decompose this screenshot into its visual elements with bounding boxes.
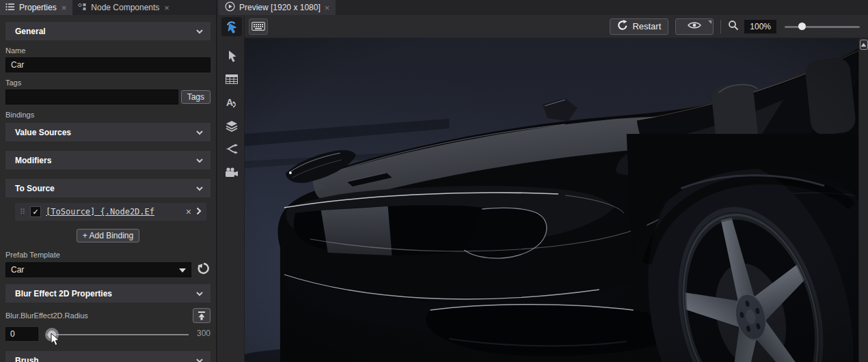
car-3d-scene: [245, 38, 858, 362]
dropdown-corner-icon: [708, 20, 711, 24]
prefab-template-select[interactable]: Car: [5, 262, 191, 277]
blur-radius-slider-row: 300: [5, 326, 211, 344]
section-value-sources[interactable]: Value Sources: [5, 123, 211, 141]
list-icon: [5, 3, 15, 13]
grid-tool-button[interactable]: [221, 70, 242, 88]
tab-preview-label: Preview [1920 x 1080]: [239, 3, 321, 12]
section-modifiers-title: Modifiers: [15, 156, 51, 165]
restart-icon: [617, 20, 628, 33]
preview-toolstrip: A: [219, 15, 245, 362]
name-label: Name: [5, 46, 211, 55]
chevron-down-icon: [195, 128, 204, 137]
chevron-down-icon: [195, 184, 204, 193]
up-arrow-icon: [860, 42, 867, 47]
preview-toolbar: Restart 100%: [245, 15, 868, 38]
close-icon[interactable]: ×: [325, 3, 330, 13]
select-tool-button[interactable]: [221, 47, 242, 65]
scroll-up-button[interactable]: [860, 40, 868, 50]
binding-item-row: ⠿ ✓ [ToSource] {.Node2D.Ef ×: [15, 203, 206, 221]
tab-node-components[interactable]: Node Components ×: [72, 0, 176, 15]
keyboard-icon: [252, 22, 265, 31]
chevron-down-icon: [195, 356, 204, 362]
chevron-right-icon[interactable]: [196, 207, 202, 217]
section-brush-title: Brush: [15, 356, 39, 362]
section-general[interactable]: General: [5, 22, 211, 40]
chevron-down-icon: [195, 156, 204, 165]
close-icon[interactable]: ×: [163, 3, 170, 12]
zoom-slider-thumb[interactable]: [798, 23, 806, 30]
preview-tabstrip: Preview [1920 x 1080] ×: [219, 0, 868, 15]
layers-icon: [226, 120, 238, 132]
tags-button[interactable]: Tags: [181, 90, 211, 104]
chevron-down-icon: [195, 27, 204, 36]
reset-prefab-icon[interactable]: [197, 262, 211, 277]
tags-input[interactable]: [5, 89, 178, 105]
magnifier-icon: [728, 20, 739, 33]
properties-body: General Name Tags Tags Bindings Value So…: [0, 15, 216, 362]
section-value-sources-title: Value Sources: [15, 128, 71, 137]
select-arrow-icon: [226, 50, 238, 62]
restart-button[interactable]: Restart: [610, 18, 668, 35]
branch-tool-button[interactable]: [221, 140, 242, 158]
tab-properties-label: Properties: [19, 3, 57, 12]
blur-radius-slider-track[interactable]: [46, 334, 189, 335]
section-to-source[interactable]: To Source: [5, 179, 211, 197]
section-blur-effect-title: Blur Effect 2D Properties: [15, 289, 112, 298]
tab-preview[interactable]: Preview [1920 x 1080] ×: [219, 0, 336, 15]
node-components-icon: [78, 3, 87, 13]
keyboard-input-button[interactable]: [249, 18, 268, 35]
promote-arrow-icon: [197, 311, 206, 321]
chevron-down-icon: [195, 289, 204, 298]
close-icon[interactable]: ×: [61, 3, 68, 12]
viewport-scrollbar[interactable]: [858, 38, 868, 362]
camera-icon: [225, 167, 239, 178]
visibility-button[interactable]: [675, 18, 714, 35]
blur-radius-max-label: 300: [197, 329, 211, 338]
application-window: Properties × Node Components × General N…: [0, 0, 868, 362]
mouse-cursor: [51, 333, 60, 348]
drag-handle-icon[interactable]: ⠿: [20, 208, 25, 217]
svg-text:A: A: [226, 97, 233, 108]
check-icon: ✓: [32, 208, 38, 217]
blur-radius-label: Blur.BlurEffect2D.Radius: [5, 311, 88, 320]
remove-binding-icon[interactable]: ×: [186, 206, 191, 217]
camera-tool-button[interactable]: [221, 163, 242, 181]
section-blur-effect[interactable]: Blur Effect 2D Properties: [5, 284, 211, 303]
restart-label: Restart: [632, 21, 661, 31]
tab-properties[interactable]: Properties ×: [0, 0, 72, 15]
blur-radius-input[interactable]: [5, 327, 38, 341]
preview-panel: Preview [1920 x 1080] × Restart: [219, 0, 868, 362]
tags-label: Tags: [5, 79, 211, 87]
prefab-template-label: Prefab Template: [5, 251, 211, 259]
section-to-source-title: To Source: [15, 184, 55, 193]
preview-viewport[interactable]: [245, 38, 858, 362]
name-input[interactable]: [5, 57, 211, 72]
section-modifiers[interactable]: Modifiers: [5, 151, 211, 169]
caret-down-icon: [179, 265, 186, 275]
section-brush[interactable]: Brush: [5, 351, 211, 362]
binding-expression-link[interactable]: [ToSource] {.Node2D.Ef: [46, 207, 181, 217]
left-tabbar: Properties × Node Components ×: [0, 0, 216, 15]
zoom-slider-track[interactable]: [785, 26, 860, 28]
toolbar-separator: [720, 20, 721, 33]
play-icon: [225, 1, 235, 14]
tab-node-components-label: Node Components: [91, 3, 159, 12]
zoom-slider[interactable]: [785, 20, 860, 33]
pointer-click-icon: [225, 20, 239, 33]
prefab-template-value: Car: [11, 265, 24, 275]
text-anchor-icon: A: [226, 97, 238, 109]
properties-panel: Properties × Node Components × General N…: [0, 0, 217, 362]
branch-icon: [226, 143, 238, 154]
interact-tool-button[interactable]: [221, 17, 242, 36]
promote-value-button[interactable]: [193, 308, 211, 323]
section-general-title: General: [15, 27, 46, 36]
layers-tool-button[interactable]: [221, 117, 242, 135]
add-binding-button[interactable]: + Add Binding: [77, 229, 139, 242]
text-tool-button[interactable]: A: [221, 94, 242, 111]
binding-enabled-checkbox[interactable]: ✓: [30, 206, 41, 217]
bindings-label: Bindings: [5, 111, 211, 119]
zoom-level-value[interactable]: 100%: [744, 20, 776, 33]
eye-icon: [688, 21, 701, 31]
grid-icon: [226, 74, 238, 84]
